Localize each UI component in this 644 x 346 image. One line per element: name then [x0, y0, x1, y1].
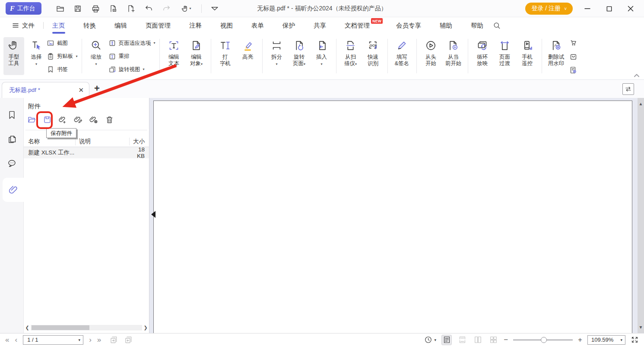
login-register-button[interactable]: 登录 / 注册 ˅: [525, 3, 573, 15]
customize-toolbar-button[interactable]: [210, 4, 219, 13]
switch-view-button[interactable]: [622, 83, 634, 95]
zoom-in-button[interactable]: +: [578, 337, 582, 343]
hand-tool-button[interactable]: 手型 工具: [3, 37, 24, 75]
menu-item-file[interactable]: 文件: [12, 17, 35, 34]
menu-item-comment[interactable]: 注释: [189, 17, 202, 34]
bookmarks-panel-button[interactable]: [0, 110, 24, 120]
col-header-description[interactable]: 说明: [76, 138, 130, 145]
scroll-down-icon[interactable]: ▼: [638, 325, 644, 330]
menu-item-page-management[interactable]: 页面管理: [146, 17, 171, 34]
collapse-ribbon-button[interactable]: [634, 73, 640, 78]
previous-view-button[interactable]: [109, 335, 118, 344]
insert-page-button[interactable]: 插入 ▾: [311, 37, 332, 75]
rotate-view-button[interactable]: 旋转视图 ▾: [108, 66, 155, 73]
previous-page-button[interactable]: ‹: [15, 336, 17, 344]
open-attachment-button[interactable]: [26, 114, 37, 125]
edit-attachment-button[interactable]: [73, 114, 83, 125]
play-from-current-button[interactable]: 从当 前开始: [443, 37, 464, 75]
zoom-out-button[interactable]: −: [504, 337, 508, 343]
close-page-button[interactable]: [108, 4, 118, 13]
scroll-up-icon[interactable]: ▲: [638, 101, 644, 106]
new-tab-button[interactable]: +: [94, 84, 100, 93]
typewriter-button[interactable]: 打 字机: [215, 37, 236, 75]
new-page-button[interactable]: [126, 4, 136, 13]
highlight-button[interactable]: 高亮: [238, 37, 258, 75]
workspace-button[interactable]: F 工作台: [6, 2, 41, 15]
zoom-button[interactable]: 缩放 ▾: [86, 37, 107, 75]
attachment-settings-button[interactable]: [89, 114, 99, 125]
scroll-left-icon[interactable]: ❮: [24, 324, 31, 331]
scroll-right-icon[interactable]: ❯: [142, 324, 149, 331]
last-page-button[interactable]: »: [97, 336, 101, 344]
col-header-name[interactable]: 名称: [24, 138, 76, 145]
continuous-view-button[interactable]: [457, 335, 467, 345]
col-header-size[interactable]: 大小: [130, 138, 149, 145]
panel-horizontal-scrollbar[interactable]: ❮ ❯: [24, 324, 149, 331]
save-button[interactable]: [73, 4, 82, 13]
next-view-button[interactable]: [124, 335, 133, 344]
menu-item-help[interactable]: 帮助: [471, 17, 483, 34]
print-button[interactable]: [91, 4, 100, 13]
pdf-page[interactable]: [153, 101, 632, 333]
menu-item-form[interactable]: 表单: [251, 17, 264, 34]
select-tool-button[interactable]: 选择 ▾: [26, 37, 47, 75]
minimize-button[interactable]: [577, 0, 598, 17]
scrollbar-thumb[interactable]: [32, 325, 89, 330]
page-transition-button[interactable]: 页面 过渡: [495, 37, 515, 75]
menu-item-share[interactable]: 共享: [314, 17, 326, 34]
menu-item-protect[interactable]: 保护: [282, 17, 295, 34]
attachments-panel-button[interactable]: [3, 178, 24, 202]
phone-remote-button[interactable]: 手机 遥控: [517, 37, 538, 75]
zoom-slider-thumb[interactable]: [541, 337, 547, 343]
continuous-facing-view-button[interactable]: [488, 335, 498, 345]
open-file-button[interactable]: [55, 4, 65, 13]
collapse-panel-handle[interactable]: [151, 211, 155, 218]
maximize-button[interactable]: [598, 0, 620, 17]
menu-item-edit[interactable]: 编辑: [114, 17, 127, 34]
undo-button[interactable]: [144, 4, 153, 13]
menu-item-doc-management[interactable]: 文档管理NEW: [345, 17, 370, 34]
fit-options-button[interactable]: 页面适应选项 ▾: [108, 39, 155, 47]
play-from-start-button[interactable]: 从头 开始: [421, 37, 441, 75]
shop-bag-button[interactable]: [569, 53, 577, 61]
from-scanner-button[interactable]: 从扫 描仪▾: [340, 37, 361, 75]
document-tab[interactable]: 无标题.pdf * ✕: [2, 82, 89, 98]
reflow-button[interactable]: 重排: [108, 53, 155, 60]
rotate-page-button[interactable]: 旋转 页面▾: [289, 37, 310, 75]
menu-item-home[interactable]: 主页: [52, 17, 65, 34]
attachment-row[interactable]: 新建 XLSX 工作... 18 KB: [24, 147, 149, 158]
redo-button[interactable]: [162, 4, 171, 13]
store-cart-button[interactable]: [569, 39, 577, 47]
menu-item-view[interactable]: 视图: [220, 17, 233, 34]
comments-panel-button[interactable]: [0, 158, 24, 169]
facing-view-button[interactable]: [473, 335, 483, 345]
first-page-button[interactable]: «: [5, 336, 9, 344]
fullscreen-button[interactable]: [631, 336, 639, 344]
pages-panel-button[interactable]: [0, 134, 24, 145]
next-page-button[interactable]: ›: [89, 336, 92, 344]
menu-item-membership[interactable]: 会员专享: [396, 17, 421, 34]
add-attachment-button[interactable]: [57, 114, 68, 125]
menu-item-accessibility[interactable]: 辅助: [440, 17, 452, 34]
split-button[interactable]: 拆分 ▾: [266, 37, 287, 75]
single-page-view-button[interactable]: [441, 335, 452, 345]
delete-attachment-button[interactable]: [104, 114, 114, 125]
edit-text-button[interactable]: 编辑 文本: [164, 37, 184, 75]
snapshot-button[interactable]: 截图: [47, 39, 78, 47]
hand-tool-quick-button[interactable]: ▾: [179, 4, 193, 13]
reading-time-button[interactable]: ▾: [424, 336, 437, 344]
loop-play-button[interactable]: 循环 放映: [472, 37, 493, 75]
bookmark-button[interactable]: 书签: [47, 66, 78, 73]
zoom-slider[interactable]: [513, 337, 573, 343]
fill-sign-button[interactable]: 填写 &签名: [392, 37, 412, 75]
edit-object-button[interactable]: 编辑 对象▾: [186, 37, 207, 75]
menu-item-convert[interactable]: 转换: [83, 17, 96, 34]
remove-trial-watermark-button[interactable]: A 删除试 用水印: [546, 37, 567, 75]
search-button[interactable]: [493, 22, 501, 30]
vertical-scrollbar[interactable]: ▲ ▼: [638, 98, 644, 333]
quick-ocr-button[interactable]: OCR 快速 识别: [363, 37, 384, 75]
tab-close-icon[interactable]: ✕: [77, 86, 85, 94]
preferences-button[interactable]: [569, 66, 577, 74]
zoom-level-combo[interactable]: 109.59% ▾: [587, 335, 625, 345]
save-attachment-button[interactable]: [42, 114, 52, 125]
